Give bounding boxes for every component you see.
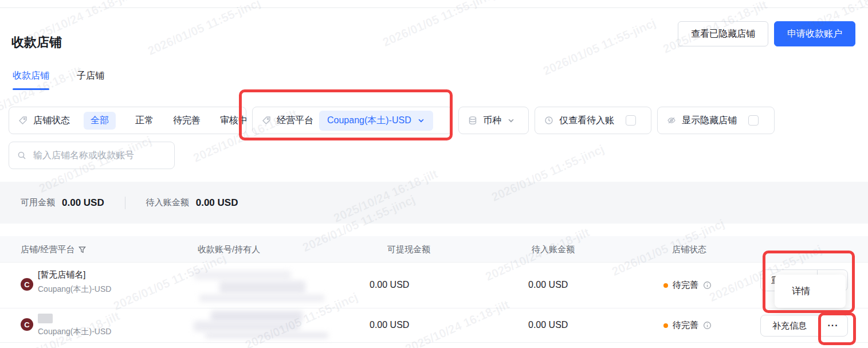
col-account-label: 收款账号/持有人 [198, 236, 260, 263]
tag-icon [18, 116, 28, 125]
payee-stores-page: 收款店铺 查看已隐藏店铺 申请收款账户 收款店铺 子店铺 店铺状态 全部 正常 … [0, 0, 868, 348]
col-incoming: 待入账金额 [532, 236, 575, 263]
store-name: [暂无店铺名] [38, 269, 85, 280]
status-dot-icon [663, 323, 668, 328]
store-search [9, 142, 175, 169]
search-icon [17, 151, 26, 160]
coupang-badge-icon: C [21, 278, 33, 291]
tab-payee-stores[interactable]: 收款店铺 [13, 70, 49, 90]
clock-icon [544, 116, 553, 125]
status-option-normal[interactable]: 正常 [135, 115, 154, 127]
status-text: 待完善 [673, 280, 698, 291]
page-title: 收款店铺 [11, 34, 62, 51]
eye-off-icon [667, 116, 676, 125]
chevron-down-icon [417, 116, 425, 124]
pending-amount-value: 0.00 USD [196, 197, 238, 209]
funnel-icon[interactable] [78, 245, 87, 254]
store-status: 待完善 [663, 320, 712, 331]
platform-filter: 经营平台 Coupang(本土)-USD [252, 107, 453, 134]
filter-bar: 店铺状态 全部 正常 待完善 审核中 经营平台 Coupang(本土)-USD [9, 107, 775, 134]
redacted-account-info [194, 266, 331, 305]
available-amount-value: 0.00 USD [62, 197, 104, 209]
actions-dropdown-menu: 详情 [775, 275, 846, 308]
table-row: C [暂无店铺名] Coupang(本土)-USD 0.00 USD 0.00 … [0, 263, 868, 308]
platform-select[interactable]: Coupang(本土)-USD [319, 111, 433, 131]
watermark-stamp: 2026/01/05 11:55-jincj [146, 0, 262, 58]
pending-only-checkbox[interactable] [626, 115, 636, 126]
redacted-account-info [194, 311, 337, 341]
row-action-more-button[interactable]: ··· [818, 315, 847, 336]
withdrawable-amount: 0.00 USD [370, 280, 409, 290]
col-incoming-label: 待入账金额 [532, 236, 575, 263]
incoming-amount: 0.00 USD [528, 320, 568, 330]
col-withdrawable: 可提现金额 [387, 236, 430, 263]
col-store-label: 店铺/经营平台 [21, 236, 74, 263]
balance-summary: 可用金额 0.00 USD 待入账金额 0.00 USD [0, 182, 868, 224]
status-dot-icon [663, 283, 668, 288]
top-divider [0, 0, 868, 8]
col-withdrawable-label: 可提现金额 [387, 236, 430, 263]
tab-bar: 收款店铺 子店铺 [13, 70, 104, 90]
status-option-all[interactable]: 全部 [84, 112, 116, 130]
row-action-group: 补充信息 ··· [760, 315, 848, 337]
col-store: 店铺/经营平台 [21, 236, 87, 263]
store-status: 待完善 [663, 280, 712, 291]
col-status: 店铺状态 [672, 236, 706, 263]
info-icon[interactable] [703, 321, 712, 330]
pending-only-label: 仅查看待入账 [559, 115, 614, 127]
apply-payee-account-button[interactable]: 申请收款账户 [774, 21, 855, 46]
withdrawable-amount: 0.00 USD [370, 320, 409, 330]
coins-icon [468, 116, 477, 125]
store-status-label: 店铺状态 [33, 115, 70, 127]
store-platform: Coupang(本土)-USD [38, 327, 111, 337]
col-account: 收款账号/持有人 [198, 236, 260, 263]
col-status-label: 店铺状态 [672, 236, 706, 263]
currency-filter[interactable]: 币种 [458, 107, 529, 134]
store-platform: Coupang(本土)-USD [38, 284, 111, 295]
view-hidden-stores-button[interactable]: 查看已隐藏店铺 [678, 21, 768, 46]
tag-icon [262, 116, 271, 125]
show-hidden-label: 显示隐藏店铺 [682, 115, 737, 127]
header-actions: 查看已隐藏店铺 申请收款账户 [678, 21, 855, 46]
incoming-amount: 0.00 USD [528, 280, 568, 290]
pending-only-filter: 仅查看待入账 [535, 107, 651, 134]
table-row: C Coupang(本土)-USD 0.00 USD 0.00 USD 待完善 … [0, 308, 868, 343]
store-status-filter: 店铺状态 全部 正常 待完善 审核中 [9, 107, 246, 134]
coupang-badge-icon: C [21, 318, 33, 331]
summary-divider [125, 197, 125, 209]
info-icon[interactable] [703, 281, 712, 290]
redacted-store-name [38, 314, 53, 323]
pending-amount-label: 待入账金额 [146, 197, 189, 208]
supplement-info-button[interactable]: 补充信息 [761, 315, 818, 336]
status-option-reviewing[interactable]: 审核中 [220, 115, 248, 127]
show-hidden-filter: 显示隐藏店铺 [657, 107, 775, 134]
table-header: 店铺/经营平台 收款账号/持有人 可提现金额 待入账金额 店铺状态 [0, 236, 868, 263]
status-text: 待完善 [673, 320, 698, 331]
show-hidden-checkbox[interactable] [748, 115, 759, 126]
watermark-stamp: 2026/01/05 11:55-jincj [541, 16, 658, 78]
available-amount-label: 可用金额 [21, 197, 55, 208]
platform-selected-value: Coupang(本土)-USD [327, 115, 411, 127]
chevron-down-icon [507, 116, 515, 124]
status-option-incomplete[interactable]: 待完善 [173, 115, 201, 127]
search-input[interactable] [32, 150, 166, 161]
currency-label: 币种 [483, 115, 501, 127]
menu-item-details[interactable]: 详情 [775, 286, 810, 298]
tab-sub-stores[interactable]: 子店铺 [77, 70, 104, 90]
platform-label: 经营平台 [277, 115, 313, 127]
